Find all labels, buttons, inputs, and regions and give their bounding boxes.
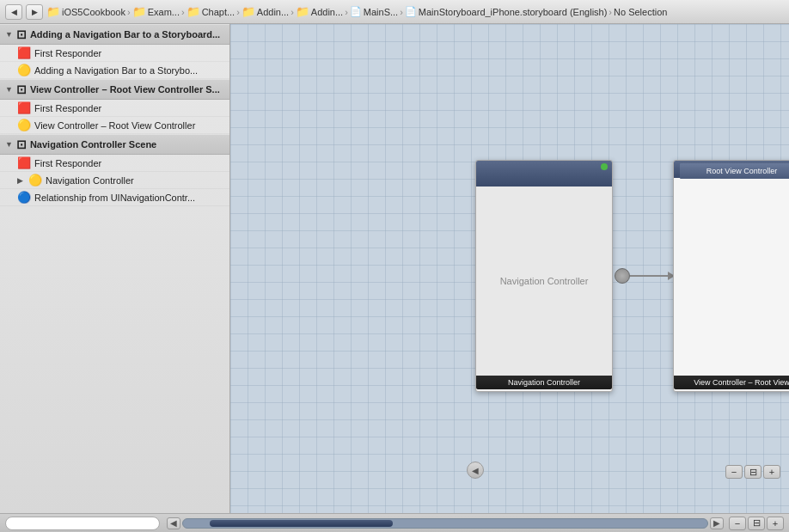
zoom-controls-bottom: − ⊟ + xyxy=(729,517,784,530)
sidebar-item-relationship[interactable]: 🔵 Relationship from UINavigationContr... xyxy=(0,189,229,206)
root-view-label: Root View Controller xyxy=(680,163,789,179)
search-input[interactable] xyxy=(5,517,160,530)
scene-header-nav-controller[interactable]: ▼ ⊡ Navigation Controller Scene xyxy=(0,134,229,155)
item-label: First Responder xyxy=(34,48,101,58)
scene-expand-icon: ▼ xyxy=(5,140,13,149)
folder-icon: 📁 xyxy=(296,5,309,18)
breadcrumb-sep: › xyxy=(236,7,240,17)
relationship-icon: 🔵 xyxy=(17,191,31,204)
bottom-bar: ◀ ▶ − ⊟ + xyxy=(0,513,789,532)
responder-icon: 🟥 xyxy=(17,156,31,169)
canvas[interactable]: Navigation Controller Navigation Control… xyxy=(230,24,789,513)
breadcrumb-sep: › xyxy=(181,7,185,17)
scene-header-adding-nav[interactable]: ▼ ⊡ Adding a Navigation Bar to a Storybo… xyxy=(0,24,229,45)
root-ctrl-label: View Controller – Root View xyxy=(674,376,789,389)
breadcrumb-sep: › xyxy=(400,7,403,17)
nav-ctrl-label: Navigation Controller xyxy=(476,376,612,389)
item-label: First Responder xyxy=(34,103,101,113)
item-label: View Controller – Root View Controller xyxy=(34,120,195,131)
breadcrumb-label: iOS5Cookbook xyxy=(62,7,125,17)
zoom-out-button[interactable]: − xyxy=(725,465,743,479)
sidebar: ▼ ⊡ Adding a Navigation Bar to a Storybo… xyxy=(0,24,230,513)
zoom-controls: − ⊟ + xyxy=(725,465,780,479)
file-icon: 📄 xyxy=(350,6,362,17)
forward-button[interactable]: ▶ xyxy=(26,4,43,20)
root-ctrl-body xyxy=(674,178,789,376)
root-view-controller-card[interactable]: Root View Controller View Controller – R… xyxy=(673,160,789,392)
scene-group-view-controller: ▼ ⊡ View Controller – Root View Controll… xyxy=(0,79,229,134)
scroll-thumb xyxy=(210,520,394,527)
nav-ctrl-header xyxy=(476,161,612,187)
breadcrumb-storyboard[interactable]: 📄 MainStoryboard_iPhone.storyboard (Engl… xyxy=(405,6,608,17)
scene-title: Navigation Controller Scene xyxy=(30,139,156,150)
sidebar-item-first-responder-2[interactable]: 🟥 First Responder xyxy=(0,100,229,117)
scene-title: Adding a Navigation Bar to a Storyboard.… xyxy=(30,29,220,40)
zoom-fit-button[interactable]: ⊟ xyxy=(744,465,761,479)
breadcrumb: 📁 iOS5Cookbook › 📁 Exam... › 📁 Chapt... … xyxy=(46,5,784,18)
canvas-scroll-left[interactable]: ◀ xyxy=(467,462,484,479)
breadcrumb-label: MainS... xyxy=(364,7,398,17)
breadcrumb-addin2[interactable]: 📁 Addin... xyxy=(296,5,343,18)
expand-arrow-icon: ▶ xyxy=(17,176,23,185)
file-icon: 📄 xyxy=(405,6,417,17)
breadcrumb-sep: › xyxy=(345,7,348,17)
breadcrumb-sep: › xyxy=(291,7,294,17)
zoom-in-button[interactable]: + xyxy=(763,465,780,479)
scene-header-view-controller[interactable]: ▼ ⊡ View Controller – Root View Controll… xyxy=(0,79,229,100)
breadcrumb-label: Addin... xyxy=(257,7,289,17)
view-icon: 🟡 xyxy=(17,64,31,76)
arrow-line xyxy=(630,275,668,277)
back-button[interactable]: ◀ xyxy=(5,4,22,20)
folder-icon: 📁 xyxy=(187,5,200,18)
breadcrumb-mains[interactable]: 📄 MainS... xyxy=(350,6,398,17)
breadcrumb-sep: › xyxy=(127,7,131,17)
sidebar-item-view-controller[interactable]: 🟡 View Controller – Root View Controller xyxy=(0,117,229,134)
sidebar-item-adding-nav[interactable]: 🟡 Adding a Navigation Bar to a Storybo..… xyxy=(0,62,229,79)
scene-group-adding-nav: ▼ ⊡ Adding a Navigation Bar to a Storybo… xyxy=(0,24,229,79)
breadcrumb-label: MainStoryboard_iPhone.storyboard (Englis… xyxy=(419,7,608,17)
breadcrumb-label: Addin... xyxy=(311,7,343,17)
folder-icon: 📁 xyxy=(46,5,60,18)
breadcrumb-no-selection: No Selection xyxy=(614,7,667,17)
status-dot xyxy=(601,163,608,170)
sidebar-item-first-responder-3[interactable]: 🟥 First Responder xyxy=(0,155,229,172)
scene-type-icon: ⊡ xyxy=(16,83,27,96)
scroll-left-icon: ◀ xyxy=(472,466,479,475)
item-label: Adding a Navigation Bar to a Storybo... xyxy=(34,65,198,76)
arrow-circle xyxy=(615,268,630,284)
nav-ctrl-body: Navigation Controller xyxy=(476,187,612,376)
zoom-in-bottom[interactable]: + xyxy=(767,517,784,530)
item-label: Navigation Controller xyxy=(46,175,134,186)
breadcrumb-label: Chapt... xyxy=(202,7,235,17)
folder-icon: 📁 xyxy=(132,5,146,18)
scene-title: View Controller – Root View Controller S… xyxy=(30,84,220,95)
breadcrumb-exam[interactable]: 📁 Exam... xyxy=(132,5,180,18)
item-label: Relationship from UINavigationContr... xyxy=(34,193,195,203)
folder-icon: 📁 xyxy=(242,5,255,18)
connection-arrow xyxy=(615,268,675,284)
breadcrumb-label: Exam... xyxy=(148,7,180,17)
nav-ctrl-body-text: Navigation Controller xyxy=(500,276,589,286)
view-icon: 🟡 xyxy=(17,119,31,131)
nav-icon: 🟡 xyxy=(28,174,42,187)
breadcrumb-addin1[interactable]: 📁 Addin... xyxy=(242,5,289,18)
scroll-right-btn[interactable]: ▶ xyxy=(710,517,724,529)
sidebar-item-first-responder-1[interactable]: 🟥 First Responder xyxy=(0,45,229,62)
horizontal-scrollbar[interactable] xyxy=(182,518,708,529)
main-area: ▼ ⊡ Adding a Navigation Bar to a Storybo… xyxy=(0,24,789,513)
breadcrumb-ios5cookbook[interactable]: 📁 iOS5Cookbook xyxy=(46,5,125,18)
zoom-out-bottom[interactable]: − xyxy=(729,517,746,530)
scene-expand-icon: ▼ xyxy=(5,85,13,94)
item-label: First Responder xyxy=(34,158,101,168)
responder-icon: 🟥 xyxy=(17,46,31,59)
scene-group-nav-controller: ▼ ⊡ Navigation Controller Scene 🟥 First … xyxy=(0,134,229,206)
breadcrumb-chapt[interactable]: 📁 Chapt... xyxy=(187,5,235,18)
scene-expand-icon: ▼ xyxy=(5,30,13,39)
scroll-left-btn[interactable]: ◀ xyxy=(167,517,180,529)
zoom-fit-bottom[interactable]: ⊟ xyxy=(748,517,765,530)
toolbar: ◀ ▶ 📁 iOS5Cookbook › 📁 Exam... › 📁 Chapt… xyxy=(0,0,789,24)
sidebar-item-nav-controller[interactable]: ▶ 🟡 Navigation Controller xyxy=(0,172,229,189)
responder-icon: 🟥 xyxy=(17,101,31,114)
nav-controller-card[interactable]: Navigation Controller Navigation Control… xyxy=(475,160,613,392)
scene-type-icon: ⊡ xyxy=(16,138,27,151)
